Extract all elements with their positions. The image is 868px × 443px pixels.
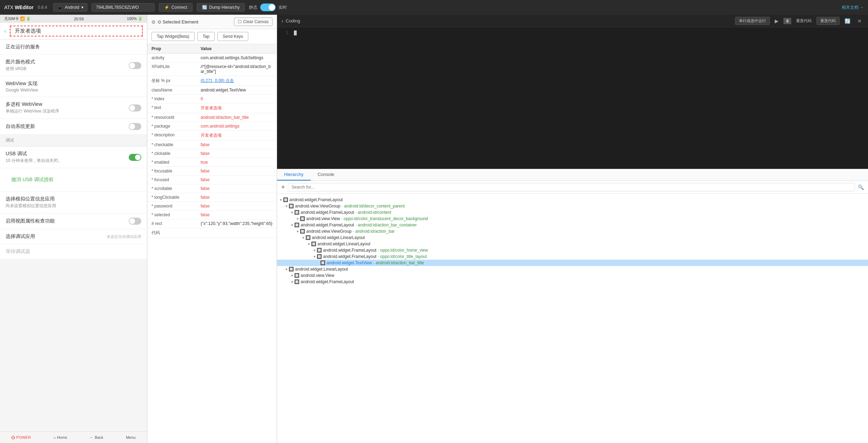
props-table: Prop Value activity com.android.settings…	[147, 44, 277, 443]
tap-widget-button[interactable]: Tap Widget(Beta)	[152, 32, 195, 41]
single-run-button[interactable]: 单行或选中运行	[735, 17, 770, 25]
prop-rect: # rect {"x":120,"y":93,"width":235,"heig…	[147, 219, 277, 228]
tree-node[interactable]: ▾ 🔲 android.widget.FrameLayout - oppo:id…	[277, 253, 868, 260]
tree-node[interactable]: ▾ 🔲 android.widget.LinearLayout	[277, 241, 868, 247]
reload-icon-button[interactable]: 🔄	[842, 18, 853, 25]
list-item-usb-revoke[interactable]: 撤消 USB 调试授权	[0, 168, 147, 192]
replace-code-button[interactable]: 重置代码	[816, 17, 840, 25]
power-button[interactable]: ⏻ POWER	[11, 435, 31, 439]
app-version: 0.6.4	[38, 5, 47, 10]
brand-name: ATX WEditor	[4, 5, 34, 10]
tree-node[interactable]: ▾ 🔲 android.widget.FrameLayout - android…	[277, 209, 868, 216]
menu-button[interactable]: Menu	[126, 435, 136, 439]
mode-toggle-group: 静态 实时	[249, 4, 287, 11]
device-panel: 无SIM卡 📶 🔋 20:59 100% 🔋 ‹ 开发者选项 正在运行的服务 图…	[0, 15, 147, 443]
prop-xpathlite: XPathLite //*[@resource-id="android:id/a…	[147, 62, 277, 76]
prop-scrollable: * scrollable false	[147, 184, 277, 193]
list-item-view-attr[interactable]: 启用视图属性检查功能	[0, 213, 147, 229]
prop-activity: activity com.android.settings.SubSetting…	[147, 54, 277, 62]
tree-node[interactable]: ▾ 🔲 android.view.ViewGroup - android:id/…	[277, 228, 868, 234]
connect-icon: ⚡	[164, 5, 169, 10]
tap-button[interactable]: Tap	[197, 32, 215, 41]
add-node-button[interactable]: +	[281, 184, 285, 191]
prop-clickable: * clickable false	[147, 149, 277, 158]
checkbox-icon: ☐	[238, 19, 242, 24]
tree-node[interactable]: ▾ 🔲 android.widget.LinearLayout	[277, 266, 868, 272]
tree-node[interactable]: ▾ 🔲 android.widget.LinearLayout	[277, 234, 868, 241]
hierarchy-tree[interactable]: ▾ 🔲 android.widget.FrameLayout ▾ 🔲 andro…	[277, 194, 868, 443]
dump-icon: 🔄	[202, 5, 207, 10]
connect-button[interactable]: ⚡ Connect	[159, 3, 193, 12]
code-content[interactable]	[291, 27, 868, 169]
tree-node-selected[interactable]: 🔲 android.widget.TextView - android:id/a…	[277, 260, 868, 266]
selected-element-icon: ⊙	[152, 19, 155, 25]
tree-node[interactable]: ▾ 🔲 android.view.View - oppo:id/color_tr…	[277, 216, 868, 222]
tab-hierarchy[interactable]: Hierarchy	[277, 169, 311, 180]
tabs-row: Hierarchy Console	[277, 169, 868, 181]
tree-node[interactable]: ▾ 🔲 android.view.View	[277, 272, 868, 279]
right-panel: ♪ Coding 单行或选中运行 ▶ ⏸ 重置代码 重置代码 🔄 ✕ 1	[277, 15, 868, 443]
tree-node[interactable]: ▾ 🔲 android.widget.FrameLayout	[277, 279, 868, 285]
status-bar: 无SIM卡 📶 🔋 20:59 100% 🔋	[0, 15, 147, 23]
hierarchy-toolbar: + 🔍	[277, 181, 868, 194]
auto-update-toggle[interactable]	[129, 123, 141, 130]
music-icon: ♪	[281, 18, 284, 23]
prop-focused: * focused false	[147, 176, 277, 184]
image-color-toggle[interactable]	[129, 62, 141, 69]
coding-header: ♪ Coding 单行或选中运行 ▶ ⏸ 重置代码 重置代码 🔄 ✕	[277, 15, 868, 27]
topbar: ATX WEditor 0.6.4 📱 Android ▾ 794LBML78S…	[0, 0, 868, 15]
prop-focusable: * focusable false	[147, 167, 277, 176]
prop-password: * password false	[147, 202, 277, 211]
list-item-multi-webview[interactable]: 多进程 WebView 单独运行 WebView 渲染程序	[0, 97, 147, 119]
search-icon[interactable]: 🔍	[858, 184, 864, 190]
tab-console[interactable]: Console	[311, 169, 342, 180]
coding-area: ♪ Coding 单行或选中运行 ▶ ⏸ 重置代码 重置代码 🔄 ✕ 1	[277, 15, 868, 169]
element-panel: ⊙ ⊙ Selected Element ☐ Clear Canvas Tap …	[147, 15, 277, 443]
prop-description: * description 开发者选项	[147, 131, 277, 141]
coding-title: ♪ Coding	[281, 18, 300, 23]
prop-code: 代码	[147, 228, 277, 238]
list-item-running-services[interactable]: 正在运行的服务	[0, 40, 147, 55]
clock: 20:59	[74, 17, 84, 21]
list-item-webview[interactable]: WebView 实现 Google WebView	[0, 76, 147, 97]
docs-link[interactable]: 相关文档 →	[842, 5, 864, 11]
tree-node[interactable]: ▾ 🔲 android.view.ViewGroup - android:id/…	[277, 203, 868, 209]
usb-debug-toggle[interactable]	[129, 154, 141, 161]
list-item-select-debug-app[interactable]: 选择调试应用 未设定任何调试应用	[0, 229, 147, 244]
clear-canvas-button[interactable]: ☐ Clear Canvas	[234, 18, 272, 26]
dev-options-header: ‹ 开发者选项	[0, 23, 147, 40]
mode-toggle[interactable]	[260, 4, 276, 11]
back-arrow-icon[interactable]: ‹	[4, 27, 6, 35]
run-icon-button[interactable]: ▶	[773, 18, 781, 25]
mode-realtime-label: 实时	[278, 5, 287, 11]
prop-selected: * selected false	[147, 211, 277, 219]
battery-status: 100% 🔋	[127, 16, 143, 21]
element-panel-header: ⊙ ⊙ Selected Element ☐ Clear Canvas	[147, 15, 277, 29]
close-icon-button[interactable]: ✕	[855, 18, 864, 25]
tree-node[interactable]: ▾ 🔲 android.widget.FrameLayout	[277, 197, 868, 203]
device-id-field[interactable]: 794LBML78SC6ZLWO	[92, 3, 155, 12]
list-item-image-color[interactable]: 图片颜色模式 使用 sRGB	[0, 55, 147, 76]
coding-editor: 1	[277, 27, 868, 169]
list-item-mock-location[interactable]: 选择模拟位置信息应用 尚未设置模拟位置信息应用	[0, 192, 147, 213]
tree-node[interactable]: ▾ 🔲 android.widget.FrameLayout - android…	[277, 222, 868, 228]
multi-webview-toggle[interactable]	[129, 104, 141, 111]
view-attr-toggle[interactable]	[129, 218, 141, 225]
android-icon: 📱	[57, 5, 62, 10]
prop-text: * text 开发者选项	[147, 103, 277, 113]
list-item-waiting-debug[interactable]: 等待调试器	[0, 244, 147, 259]
mode-static-label: 静态	[249, 5, 257, 11]
prop-checkable: * checkable false	[147, 141, 277, 149]
device-type-button[interactable]: 📱 Android ▾	[53, 3, 87, 12]
pause-icon-button[interactable]: ⏸	[783, 18, 791, 24]
search-input[interactable]	[288, 183, 855, 191]
send-keys-button[interactable]: Send Keys	[217, 32, 248, 41]
list-item-usb-debug[interactable]: USB 调试 10 分钟未使用，将自动关闭。	[0, 146, 147, 168]
back-button[interactable]: ← Back	[90, 435, 103, 439]
main-content: 无SIM卡 📶 🔋 20:59 100% 🔋 ‹ 开发者选项 正在运行的服务 图…	[0, 15, 868, 443]
selected-element-title: ⊙ ⊙ Selected Element	[152, 19, 199, 25]
tree-node[interactable]: ▾ 🔲 android.widget.FrameLayout - oppo:id…	[277, 247, 868, 253]
home-button[interactable]: ⌂ Home	[53, 435, 67, 439]
list-item-auto-update[interactable]: 自动系统更新	[0, 119, 147, 135]
dump-hierarchy-button[interactable]: 🔄 Dump Hierarchy	[197, 3, 245, 12]
